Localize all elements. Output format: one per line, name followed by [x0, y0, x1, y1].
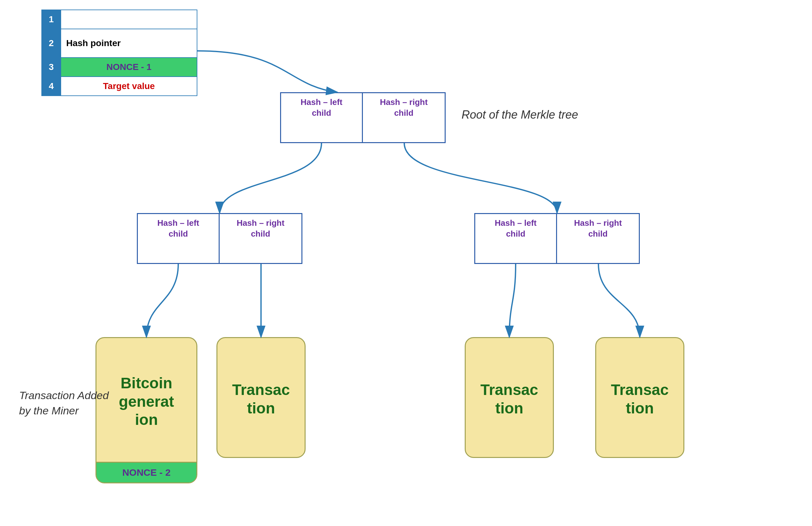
row-num-1: 1 — [42, 10, 61, 29]
tx-node-4: Transaction — [595, 337, 684, 458]
tx-label-3: Transaction — [474, 338, 544, 457]
level2-left-right-cell: Hash – rightchild — [220, 214, 302, 263]
root-node: Hash – leftchild Hash – rightchild — [280, 92, 446, 143]
level2-left-node: Hash – leftchild Hash – rightchild — [137, 213, 302, 264]
row-num-2: 2 — [42, 29, 61, 58]
level2-right-left-cell: Hash – leftchild — [475, 214, 557, 263]
level2-left-left-cell: Hash – leftchild — [138, 214, 220, 263]
tx-node-3: Transaction — [465, 337, 554, 458]
row-num-4: 4 — [42, 77, 61, 96]
root-left-cell: Hash – leftchild — [281, 93, 363, 142]
hash-pointer-label: Hash pointer — [61, 29, 197, 58]
block-header-table: 1 2 Hash pointer 3 NONCE - 1 4 Target va… — [41, 10, 197, 96]
tx-node-2: Transaction — [216, 337, 306, 458]
tx-label-2: Transaction — [226, 338, 296, 457]
root-label: Root of the Merkle tree — [462, 108, 578, 121]
tx-added-label: Transaction Addedby the Miner — [19, 388, 109, 418]
level2-right-node: Hash – leftchild Hash – rightchild — [474, 213, 640, 264]
row-content-1 — [61, 10, 197, 29]
level2-right-right-cell: Hash – rightchild — [557, 214, 639, 263]
row-num-3: 3 — [42, 58, 61, 77]
tx-nonce-2: NONCE - 2 — [97, 462, 197, 482]
root-right-cell: Hash – rightchild — [363, 93, 445, 142]
target-value-label: Target value — [61, 77, 197, 96]
nonce-1-label: NONCE - 1 — [61, 58, 197, 77]
tx-node-bitcoin-gen: Bitcoingeneration NONCE - 2 — [96, 337, 197, 483]
tx-label-4: Transaction — [605, 338, 675, 457]
tx-label-bitcoin-gen: Bitcoingeneration — [112, 338, 180, 462]
